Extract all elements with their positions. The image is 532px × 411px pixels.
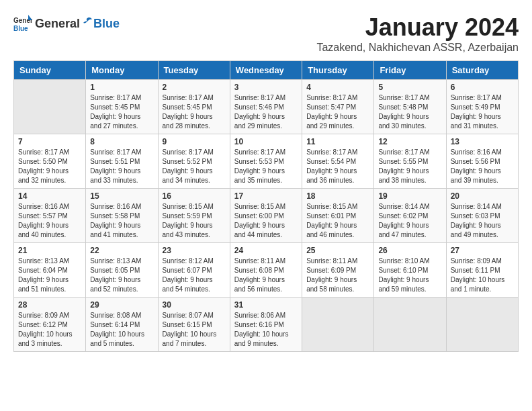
day-info: Sunrise: 8:07 AM Sunset: 6:15 PM Dayligh…	[163, 311, 226, 349]
header-cell-monday: Monday	[86, 61, 158, 80]
day-number: 28	[18, 300, 81, 310]
header: General Blue General Blue January 2024 T…	[13, 13, 519, 54]
header-cell-tuesday: Tuesday	[158, 61, 230, 80]
day-number: 25	[306, 246, 369, 255]
calendar-title: January 2024	[316, 13, 519, 42]
day-cell: 27Sunrise: 8:09 AM Sunset: 6:11 PM Dayli…	[446, 243, 518, 298]
day-info: Sunrise: 8:17 AM Sunset: 5:52 PM Dayligh…	[163, 148, 226, 185]
week-row-1: 1Sunrise: 8:17 AM Sunset: 5:45 PM Daylig…	[14, 80, 519, 134]
day-info: Sunrise: 8:09 AM Sunset: 6:12 PM Dayligh…	[18, 311, 81, 349]
day-cell: 26Sunrise: 8:10 AM Sunset: 6:10 PM Dayli…	[374, 243, 446, 298]
day-number: 22	[90, 246, 153, 255]
week-row-2: 7Sunrise: 8:17 AM Sunset: 5:50 PM Daylig…	[14, 134, 519, 189]
day-cell: 13Sunrise: 8:16 AM Sunset: 5:56 PM Dayli…	[446, 134, 518, 189]
day-number: 8	[90, 137, 153, 146]
day-info: Sunrise: 8:11 AM Sunset: 6:09 PM Dayligh…	[306, 257, 369, 294]
day-number: 31	[234, 300, 298, 310]
week-row-5: 28Sunrise: 8:09 AM Sunset: 6:12 PM Dayli…	[14, 298, 519, 352]
day-cell: 7Sunrise: 8:17 AM Sunset: 5:50 PM Daylig…	[14, 134, 86, 189]
day-info: Sunrise: 8:16 AM Sunset: 5:57 PM Dayligh…	[18, 202, 81, 240]
day-number: 14	[18, 191, 81, 201]
day-cell: 14Sunrise: 8:16 AM Sunset: 5:57 PM Dayli…	[14, 189, 86, 243]
day-info: Sunrise: 8:06 AM Sunset: 6:16 PM Dayligh…	[234, 311, 298, 349]
day-number: 6	[451, 83, 514, 92]
day-cell: 5Sunrise: 8:17 AM Sunset: 5:48 PM Daylig…	[374, 80, 446, 134]
day-number: 15	[90, 191, 153, 201]
day-cell: 4Sunrise: 8:17 AM Sunset: 5:47 PM Daylig…	[302, 80, 374, 134]
day-info: Sunrise: 8:15 AM Sunset: 5:59 PM Dayligh…	[163, 202, 226, 240]
calendar-table: SundayMondayTuesdayWednesdayThursdayFrid…	[13, 60, 519, 352]
day-number: 5	[378, 83, 441, 92]
day-cell: 28Sunrise: 8:09 AM Sunset: 6:12 PM Dayli…	[14, 298, 86, 352]
day-number: 16	[163, 191, 226, 201]
day-cell: 9Sunrise: 8:17 AM Sunset: 5:52 PM Daylig…	[158, 134, 230, 189]
header-cell-friday: Friday	[374, 61, 446, 80]
day-info: Sunrise: 8:15 AM Sunset: 6:00 PM Dayligh…	[234, 202, 298, 240]
day-cell	[302, 298, 374, 352]
day-info: Sunrise: 8:15 AM Sunset: 6:01 PM Dayligh…	[306, 202, 369, 240]
day-info: Sunrise: 8:14 AM Sunset: 6:02 PM Dayligh…	[378, 202, 441, 240]
calendar-body: 1Sunrise: 8:17 AM Sunset: 5:45 PM Daylig…	[14, 80, 519, 352]
day-info: Sunrise: 8:11 AM Sunset: 6:08 PM Dayligh…	[234, 257, 298, 294]
day-number: 30	[163, 300, 226, 310]
day-cell: 17Sunrise: 8:15 AM Sunset: 6:00 PM Dayli…	[230, 189, 302, 243]
day-number: 19	[378, 191, 441, 201]
day-cell: 15Sunrise: 8:16 AM Sunset: 5:58 PM Dayli…	[86, 189, 158, 243]
day-number: 21	[18, 246, 81, 255]
day-info: Sunrise: 8:16 AM Sunset: 5:58 PM Dayligh…	[90, 202, 153, 240]
week-row-3: 14Sunrise: 8:16 AM Sunset: 5:57 PM Dayli…	[14, 189, 519, 243]
day-info: Sunrise: 8:17 AM Sunset: 5:47 PM Dayligh…	[306, 93, 369, 131]
day-cell: 6Sunrise: 8:17 AM Sunset: 5:49 PM Daylig…	[446, 80, 518, 134]
day-info: Sunrise: 8:17 AM Sunset: 5:45 PM Dayligh…	[163, 93, 226, 131]
header-row: SundayMondayTuesdayWednesdayThursdayFrid…	[14, 61, 519, 80]
svg-text:Blue: Blue	[13, 25, 28, 32]
day-info: Sunrise: 8:17 AM Sunset: 5:50 PM Dayligh…	[18, 148, 81, 185]
day-cell: 11Sunrise: 8:17 AM Sunset: 5:54 PM Dayli…	[302, 134, 374, 189]
day-cell: 19Sunrise: 8:14 AM Sunset: 6:02 PM Dayli…	[374, 189, 446, 243]
logo-text-blue: Blue	[93, 17, 120, 31]
day-cell	[14, 80, 86, 134]
day-cell	[374, 298, 446, 352]
day-info: Sunrise: 8:16 AM Sunset: 5:56 PM Dayligh…	[451, 148, 514, 185]
header-cell-wednesday: Wednesday	[230, 61, 302, 80]
day-cell: 29Sunrise: 8:08 AM Sunset: 6:14 PM Dayli…	[86, 298, 158, 352]
day-number: 11	[306, 137, 369, 146]
day-cell: 23Sunrise: 8:12 AM Sunset: 6:07 PM Dayli…	[158, 243, 230, 298]
day-info: Sunrise: 8:17 AM Sunset: 5:45 PM Dayligh…	[90, 93, 153, 131]
day-cell: 22Sunrise: 8:13 AM Sunset: 6:05 PM Dayli…	[86, 243, 158, 298]
day-cell: 8Sunrise: 8:17 AM Sunset: 5:51 PM Daylig…	[86, 134, 158, 189]
day-cell: 1Sunrise: 8:17 AM Sunset: 5:45 PM Daylig…	[86, 80, 158, 134]
day-number: 2	[163, 83, 226, 92]
logo-icon: General Blue	[13, 13, 32, 32]
day-info: Sunrise: 8:10 AM Sunset: 6:10 PM Dayligh…	[378, 257, 441, 294]
week-row-4: 21Sunrise: 8:13 AM Sunset: 6:04 PM Dayli…	[14, 243, 519, 298]
calendar-subtitle: Tazakend, Nakhichevan ASSR, Azerbaijan	[316, 42, 519, 54]
day-info: Sunrise: 8:14 AM Sunset: 6:03 PM Dayligh…	[451, 202, 514, 240]
day-number: 9	[163, 137, 226, 146]
day-number: 18	[306, 191, 369, 201]
day-info: Sunrise: 8:17 AM Sunset: 5:46 PM Dayligh…	[234, 93, 298, 131]
day-info: Sunrise: 8:13 AM Sunset: 6:04 PM Dayligh…	[18, 257, 81, 294]
day-cell: 31Sunrise: 8:06 AM Sunset: 6:16 PM Dayli…	[230, 298, 302, 352]
day-number: 4	[306, 83, 369, 92]
day-info: Sunrise: 8:12 AM Sunset: 6:07 PM Dayligh…	[163, 257, 226, 294]
day-cell: 16Sunrise: 8:15 AM Sunset: 5:59 PM Dayli…	[158, 189, 230, 243]
logo-bird-icon	[81, 15, 93, 28]
day-cell: 20Sunrise: 8:14 AM Sunset: 6:03 PM Dayli…	[446, 189, 518, 243]
header-cell-saturday: Saturday	[446, 61, 518, 80]
title-section: January 2024 Tazakend, Nakhichevan ASSR,…	[316, 13, 519, 54]
day-cell: 10Sunrise: 8:17 AM Sunset: 5:53 PM Dayli…	[230, 134, 302, 189]
day-info: Sunrise: 8:17 AM Sunset: 5:49 PM Dayligh…	[451, 93, 514, 131]
header-cell-thursday: Thursday	[302, 61, 374, 80]
day-cell: 3Sunrise: 8:17 AM Sunset: 5:46 PM Daylig…	[230, 80, 302, 134]
day-cell: 30Sunrise: 8:07 AM Sunset: 6:15 PM Dayli…	[158, 298, 230, 352]
day-cell	[446, 298, 518, 352]
logo-text-general: General	[35, 17, 80, 31]
calendar-header: SundayMondayTuesdayWednesdayThursdayFrid…	[14, 61, 519, 80]
header-cell-sunday: Sunday	[14, 61, 86, 80]
day-number: 17	[234, 191, 298, 201]
day-number: 20	[451, 191, 514, 201]
day-cell: 18Sunrise: 8:15 AM Sunset: 6:01 PM Dayli…	[302, 189, 374, 243]
day-number: 10	[234, 137, 298, 146]
day-info: Sunrise: 8:17 AM Sunset: 5:51 PM Dayligh…	[90, 148, 153, 185]
